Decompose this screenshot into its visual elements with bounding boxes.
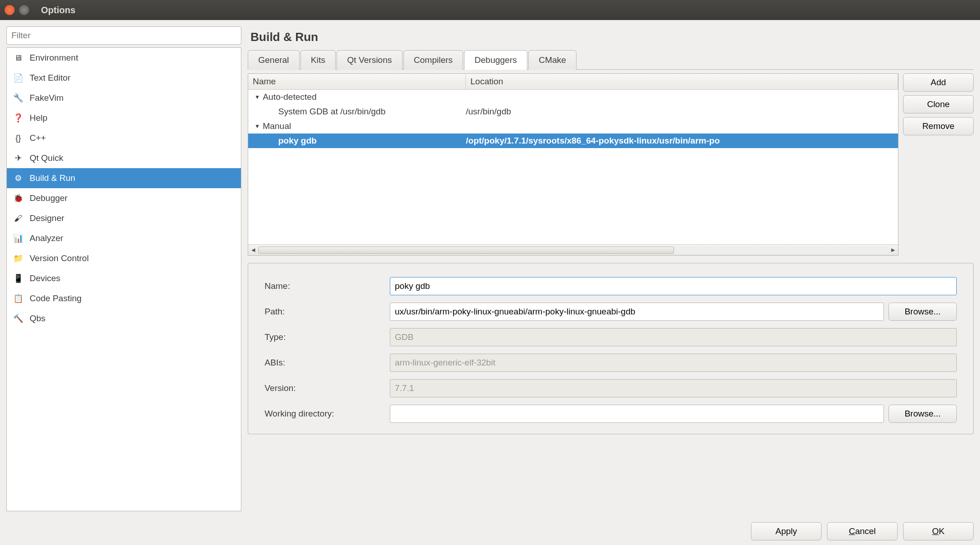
debugger-icon: 🐞: [11, 191, 25, 205]
sidebar-item-qtquick[interactable]: ✈ Qt Quick: [7, 148, 241, 168]
sidebar-item-label: FakeVim: [30, 93, 64, 103]
sidebar-item-label: Qbs: [30, 314, 46, 324]
devices-icon: 📱: [11, 272, 25, 285]
close-icon[interactable]: [5, 5, 15, 15]
tree-header-name[interactable]: Name: [248, 74, 466, 89]
tree-row-system-gdb[interactable]: System GDB at /usr/bin/gdb /usr/bin/gdb: [248, 104, 898, 119]
abis-display: [390, 354, 957, 372]
cancel-button[interactable]: Cancel: [827, 522, 898, 540]
add-button[interactable]: Add: [903, 73, 974, 92]
sidebar-item-qbs[interactable]: 🔨 Qbs: [7, 308, 241, 329]
minimize-icon[interactable]: [19, 5, 29, 15]
version-display: [390, 379, 957, 397]
scroll-right-icon[interactable]: ▶: [888, 245, 898, 255]
workdir-label: Working directory:: [265, 409, 390, 419]
buildrun-icon: ⚙: [11, 171, 25, 185]
ok-button[interactable]: OK: [903, 522, 974, 540]
sidebar-item-label: Version Control: [30, 253, 89, 263]
monitor-icon: 🖥: [11, 51, 25, 65]
sidebar-item-label: C++: [30, 133, 46, 143]
sidebar-item-devices[interactable]: 📱 Devices: [7, 268, 241, 288]
sidebar-item-designer[interactable]: 🖌 Designer: [7, 208, 241, 228]
debuggers-tree: Name Location ▼Auto-detected System GDB …: [248, 73, 898, 256]
scroll-left-icon[interactable]: ◀: [248, 245, 258, 255]
text-editor-icon: 📄: [11, 71, 25, 85]
path-input[interactable]: [390, 303, 884, 321]
analyzer-icon: 📊: [11, 231, 25, 245]
sidebar-item-environment[interactable]: 🖥 Environment: [7, 48, 241, 68]
sidebar-item-analyzer[interactable]: 📊 Analyzer: [7, 228, 241, 248]
workdir-browse-button[interactable]: Browse...: [888, 405, 957, 423]
tab-kits[interactable]: Kits: [301, 50, 336, 70]
sidebar-item-label: Help: [30, 113, 47, 123]
type-label: Type:: [265, 332, 390, 342]
codepaste-icon: 📋: [11, 292, 25, 305]
path-label: Path:: [265, 307, 390, 317]
sidebar-item-label: Debugger: [30, 193, 67, 203]
window-titlebar: Options: [0, 0, 980, 20]
tab-general[interactable]: General: [248, 50, 300, 70]
filter-input[interactable]: [6, 26, 241, 45]
sidebar-item-text-editor[interactable]: 📄 Text Editor: [7, 68, 241, 88]
qbs-icon: 🔨: [11, 312, 25, 325]
workdir-input[interactable]: [390, 405, 884, 423]
sidebar-item-label: Code Pasting: [30, 293, 82, 303]
sidebar-item-code-pasting[interactable]: 📋 Code Pasting: [7, 288, 241, 308]
sidebar-item-label: Build & Run: [30, 173, 75, 183]
cpp-icon: {}: [11, 131, 25, 145]
qtquick-icon: ✈: [11, 151, 25, 165]
sidebar-item-label: Text Editor: [30, 73, 71, 83]
window-title: Options: [41, 5, 76, 15]
sidebar-item-label: Devices: [30, 273, 61, 283]
help-icon: ❓: [11, 111, 25, 125]
type-display: [390, 328, 957, 346]
sidebar: 🖥 Environment 📄 Text Editor 🔧 FakeVim ❓ …: [6, 47, 241, 511]
version-label: Version:: [265, 383, 390, 393]
sidebar-item-fakevim[interactable]: 🔧 FakeVim: [7, 88, 241, 108]
tab-bar: General Kits Qt Versions Compilers Debug…: [248, 50, 974, 70]
sidebar-item-build-run[interactable]: ⚙ Build & Run: [7, 168, 241, 188]
chevron-down-icon: ▼: [255, 123, 260, 129]
panel-title: Build & Run: [248, 26, 974, 50]
remove-button[interactable]: Remove: [903, 117, 974, 135]
sidebar-item-cpp[interactable]: {} C++: [7, 128, 241, 148]
name-input[interactable]: [390, 277, 957, 295]
tab-qt-versions[interactable]: Qt Versions: [337, 50, 402, 70]
tree-group-manual[interactable]: ▼Manual: [248, 119, 898, 134]
designer-icon: 🖌: [11, 211, 25, 225]
sidebar-item-label: Analyzer: [30, 233, 63, 243]
apply-button[interactable]: Apply: [751, 522, 822, 540]
abis-label: ABIs:: [265, 358, 390, 368]
clone-button[interactable]: Clone: [903, 95, 974, 113]
dialog-footer: Apply Cancel OK: [0, 518, 980, 545]
name-label: Name:: [265, 281, 390, 291]
debugger-form: Name: Path: Browse... Type:: [248, 263, 974, 434]
sidebar-item-label: Environment: [30, 53, 78, 63]
tree-header-location[interactable]: Location: [466, 74, 898, 89]
sidebar-item-help[interactable]: ❓ Help: [7, 108, 241, 128]
sidebar-item-debugger[interactable]: 🐞 Debugger: [7, 188, 241, 208]
tree-group-auto-detected[interactable]: ▼Auto-detected: [248, 90, 898, 104]
sidebar-item-version-control[interactable]: 📁 Version Control: [7, 248, 241, 268]
sidebar-item-label: Qt Quick: [30, 153, 63, 163]
chevron-down-icon: ▼: [255, 94, 260, 100]
vcs-icon: 📁: [11, 252, 25, 265]
path-browse-button[interactable]: Browse...: [888, 303, 957, 321]
tab-cmake[interactable]: CMake: [528, 50, 577, 70]
sidebar-item-label: Designer: [30, 213, 64, 223]
horizontal-scrollbar[interactable]: ◀ ▶: [248, 244, 898, 255]
tree-row-poky-gdb[interactable]: poky gdb /opt/poky/1.7.1/sysroots/x86_64…: [248, 134, 898, 148]
scrollbar-thumb[interactable]: [258, 247, 674, 254]
tab-debuggers[interactable]: Debuggers: [464, 50, 527, 70]
tab-compilers[interactable]: Compilers: [403, 50, 464, 70]
fakevim-icon: 🔧: [11, 91, 25, 105]
